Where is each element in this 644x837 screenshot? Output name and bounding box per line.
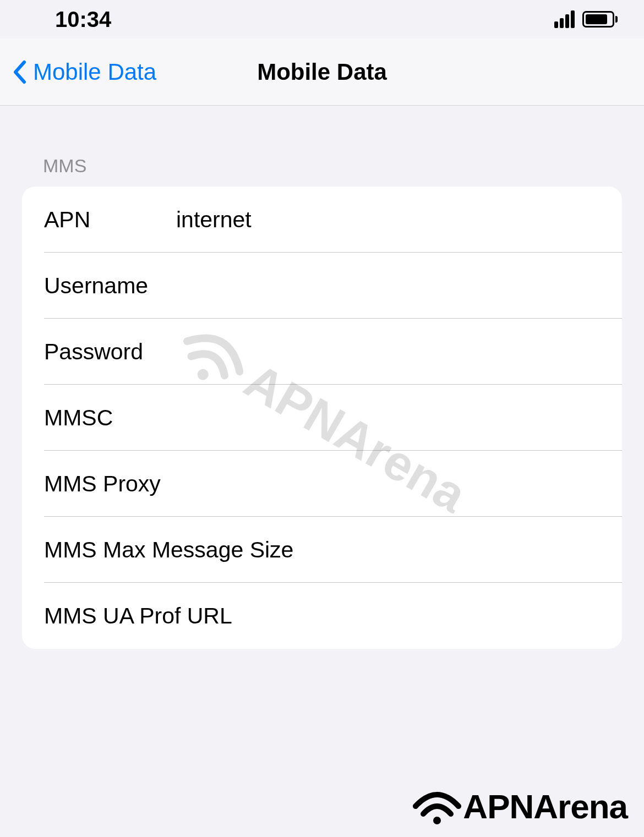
mms-settings-group: APN Username Password MMSC MMS Proxy MMS…	[22, 187, 622, 649]
mmsc-label: MMSC	[44, 405, 176, 431]
back-button[interactable]: Mobile Data	[12, 59, 156, 85]
mms-max-size-label: MMS Max Message Size	[44, 537, 293, 563]
password-input[interactable]	[176, 339, 600, 365]
apn-label: APN	[44, 207, 176, 233]
footer-logo: APNArena	[412, 787, 627, 826]
status-time: 10:34	[55, 7, 111, 32]
navigation-bar: Mobile Data Mobile Data	[0, 39, 644, 106]
mms-proxy-label: MMS Proxy	[44, 471, 161, 497]
apn-row[interactable]: APN	[22, 187, 622, 253]
username-row[interactable]: Username	[22, 253, 622, 319]
mms-ua-prof-label: MMS UA Prof URL	[44, 603, 232, 629]
chevron-left-icon	[12, 60, 28, 84]
status-indicators	[554, 10, 618, 28]
mms-ua-prof-row[interactable]: MMS UA Prof URL	[22, 583, 622, 649]
mms-max-size-input[interactable]	[293, 537, 600, 563]
mmsc-row[interactable]: MMSC	[22, 385, 622, 451]
mms-proxy-input[interactable]	[161, 471, 600, 497]
footer-text: APNArena	[463, 787, 627, 826]
wifi-icon	[412, 787, 462, 826]
status-bar: 10:34	[0, 0, 644, 39]
battery-icon	[582, 11, 618, 28]
mmsc-input[interactable]	[176, 405, 600, 431]
mms-proxy-row[interactable]: MMS Proxy	[22, 451, 622, 517]
back-label: Mobile Data	[33, 59, 156, 85]
section-header-mms: MMS	[0, 106, 644, 187]
password-row[interactable]: Password	[22, 319, 622, 385]
svg-point-1	[433, 817, 441, 824]
page-title: Mobile Data	[257, 59, 387, 85]
mms-ua-prof-input[interactable]	[232, 603, 600, 629]
apn-input[interactable]	[176, 207, 600, 233]
mms-max-size-row[interactable]: MMS Max Message Size	[22, 517, 622, 583]
username-input[interactable]	[176, 273, 600, 299]
username-label: Username	[44, 273, 176, 299]
cellular-signal-icon	[554, 10, 575, 28]
password-label: Password	[44, 339, 176, 365]
